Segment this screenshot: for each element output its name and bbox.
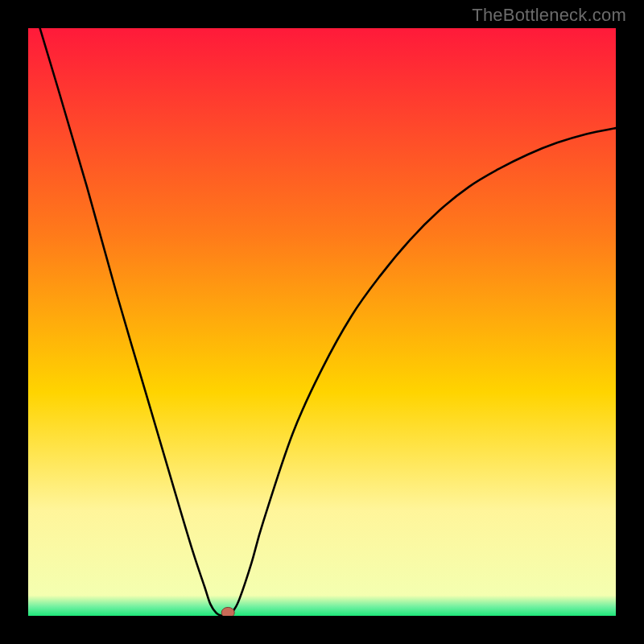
plot-area: [28, 28, 616, 616]
gradient-background: [28, 28, 616, 616]
bottleneck-chart: [28, 28, 616, 616]
watermark-text: TheBottleneck.com: [472, 5, 626, 26]
optimal-point-marker: [221, 607, 234, 616]
chart-frame: TheBottleneck.com: [0, 0, 644, 644]
